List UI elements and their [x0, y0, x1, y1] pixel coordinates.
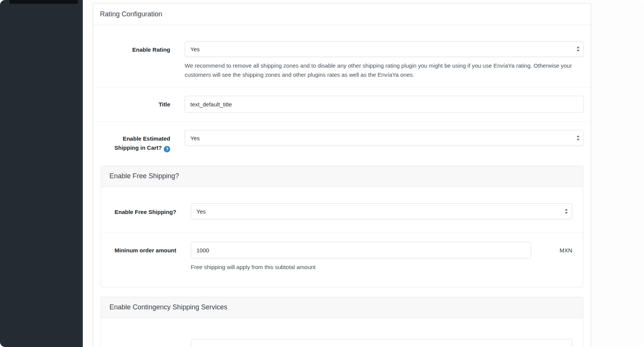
- enable-free-shipping-label: Enable Free Shipping?: [114, 209, 176, 215]
- title-label: Title: [158, 101, 170, 108]
- contingency-shipping-panel-header: Enable Contingency Shipping Services: [101, 297, 583, 318]
- enable-free-shipping-select[interactable]: Yes: [191, 203, 572, 219]
- title-row: Title: [93, 87, 591, 121]
- enable-free-shipping-label-cell: Enable Free Shipping?: [108, 203, 176, 219]
- minimum-order-amount-row: Mininum order amount MXN Free shipping w…: [101, 233, 583, 287]
- enable-rating-control-cell: Yes We recommend to remove all shipping …: [185, 41, 584, 79]
- title-control-cell: [185, 96, 584, 112]
- panel-header: Rating Configuration: [93, 3, 591, 25]
- currency-label: MXN: [560, 247, 572, 254]
- enable-free-shipping-control-cell: Yes: [191, 203, 572, 219]
- estimated-shipping-label-cell: Enable Estimated Shipping in Cart??: [100, 130, 170, 152]
- panel-title: Rating Configuration: [100, 10, 584, 18]
- enable-rating-label-cell: Enable Rating: [100, 41, 170, 79]
- enable-free-shipping-row: Enable Free Shipping? Yes: [101, 187, 583, 233]
- estimated-shipping-label: Enable Estimated Shipping in Cart??: [114, 135, 170, 151]
- contingency-shipping-panel-body: [101, 318, 583, 347]
- app-window: Rating Configuration Enable Rating Yes: [0, 0, 644, 347]
- contingency-shipping-panel: Enable Contingency Shipping Services: [101, 297, 583, 347]
- free-shipping-panel-body: Enable Free Shipping? Yes: [101, 187, 583, 287]
- minimum-order-amount-input[interactable]: [191, 242, 531, 258]
- enable-rating-label: Enable Rating: [132, 46, 170, 53]
- free-shipping-panel-header: Enable Free Shipping?: [101, 166, 583, 187]
- minimum-order-amount-help-text: Free shipping will apply from this subto…: [191, 263, 572, 272]
- enable-free-shipping-select-value: Yes: [196, 208, 206, 215]
- select-stepper-icon: [565, 208, 568, 214]
- select-stepper-icon: [576, 135, 580, 141]
- estimated-shipping-select[interactable]: Yes: [185, 130, 584, 146]
- admin-sidebar: [0, 0, 83, 347]
- free-shipping-panel-title: Enable Free Shipping?: [109, 172, 574, 180]
- minimum-order-amount-label-cell: Mininum order amount: [108, 242, 176, 272]
- enable-rating-help-text: We recommend to remove all shipping zone…: [185, 61, 580, 79]
- contingency-select[interactable]: [191, 339, 572, 347]
- estimated-shipping-select-value: Yes: [190, 135, 199, 141]
- sidebar-top-strip: [9, 0, 78, 4]
- minimum-order-amount-label: Mininum order amount: [115, 247, 177, 254]
- enable-rating-select-value: Yes: [190, 46, 199, 52]
- enable-rating-select[interactable]: Yes: [185, 41, 584, 57]
- free-shipping-panel: Enable Free Shipping? Enable Free Shippi…: [101, 166, 583, 287]
- minimum-order-amount-control-cell: MXN Free shipping will apply from this s…: [191, 242, 572, 272]
- estimated-shipping-control-cell: Yes: [185, 130, 584, 152]
- minimum-order-amount-line: MXN: [191, 242, 572, 258]
- contingency-control-cell: [191, 339, 572, 347]
- enable-rating-row: Enable Rating Yes We recommend to remove…: [93, 25, 591, 87]
- contingency-shipping-panel-title: Enable Contingency Shipping Services: [109, 303, 574, 311]
- select-stepper-icon: [576, 46, 580, 52]
- settings-content: Rating Configuration Enable Rating Yes: [83, 0, 644, 347]
- estimated-shipping-row: Enable Estimated Shipping in Cart?? Yes: [93, 121, 591, 166]
- rating-configuration-panel: Rating Configuration Enable Rating Yes: [93, 3, 591, 347]
- title-input[interactable]: [185, 96, 584, 112]
- question-mark-circle-icon[interactable]: ?: [164, 146, 170, 152]
- title-label-cell: Title: [100, 96, 170, 112]
